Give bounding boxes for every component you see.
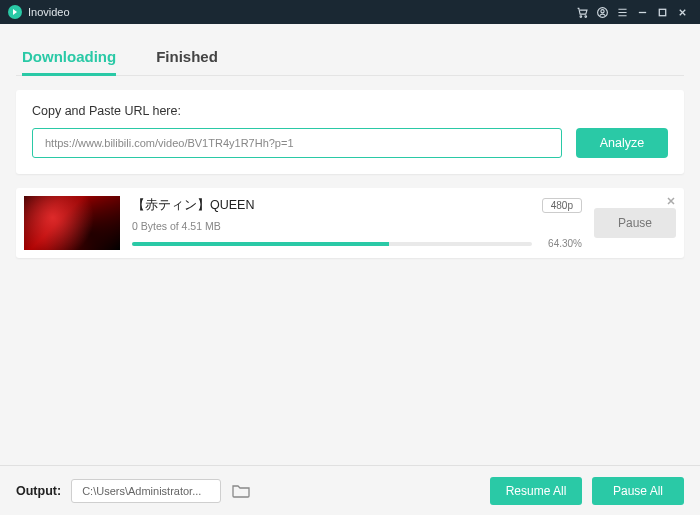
browse-folder-icon[interactable] (231, 482, 253, 500)
maximize-icon[interactable] (652, 2, 672, 22)
resolution-badge[interactable]: 480p (542, 198, 582, 213)
svg-point-0 (580, 15, 582, 17)
url-card: Copy and Paste URL here: Analyze (16, 90, 684, 174)
pause-button[interactable]: Pause (594, 208, 676, 238)
app-name: Inovideo (28, 6, 70, 18)
resume-all-button[interactable]: Resume All (490, 477, 582, 505)
url-label: Copy and Paste URL here: (32, 104, 668, 118)
remove-item-icon[interactable] (666, 192, 678, 204)
main-content: Downloading Finished Copy and Paste URL … (0, 24, 700, 465)
pause-all-button[interactable]: Pause All (592, 477, 684, 505)
close-icon[interactable] (672, 2, 692, 22)
titlebar: Inovideo (0, 0, 700, 24)
video-thumbnail (24, 196, 120, 250)
footer: Output: Resume All Pause All (0, 465, 700, 515)
output-label: Output: (16, 484, 61, 498)
svg-rect-4 (659, 9, 665, 15)
progress-percent: 64.30% (542, 238, 582, 249)
progress-bar (132, 242, 532, 246)
cart-icon[interactable] (572, 2, 592, 22)
svg-point-1 (584, 15, 586, 17)
progress-fill (132, 242, 389, 246)
analyze-button[interactable]: Analyze (576, 128, 668, 158)
download-item: 【赤ティン】QUEEN 480p 0 Bytes of 4.51 MB 64.3… (16, 188, 684, 258)
output-path-field[interactable] (71, 479, 221, 503)
tab-finished[interactable]: Finished (156, 42, 218, 75)
download-size-text: 0 Bytes of 4.51 MB (132, 220, 582, 232)
user-icon[interactable] (592, 2, 612, 22)
menu-icon[interactable] (612, 2, 632, 22)
svg-point-3 (600, 9, 603, 12)
url-input[interactable] (32, 128, 562, 158)
download-title: 【赤ティン】QUEEN (132, 197, 254, 214)
app-logo-icon (8, 5, 22, 19)
tabs: Downloading Finished (16, 36, 684, 76)
minimize-icon[interactable] (632, 2, 652, 22)
tab-downloading[interactable]: Downloading (22, 42, 116, 75)
